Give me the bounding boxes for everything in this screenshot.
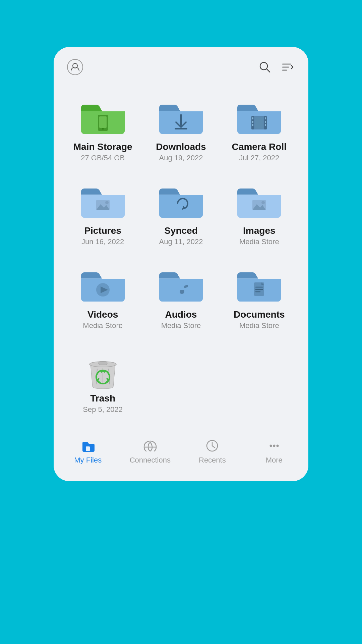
svg-point-22 [105, 201, 109, 204]
folder-icon-downloads [156, 95, 206, 136]
item-name-documents: Documents [234, 309, 285, 320]
nav-icon-connections [142, 438, 158, 454]
item-sub-main-storage: 27 GB/54 GB [81, 154, 125, 162]
nav-item-my-files[interactable]: My Files [68, 438, 108, 465]
folder-icon-camera-roll [234, 95, 284, 136]
item-name-synced: Synced [164, 225, 198, 236]
item-sub-trash: Sep 5, 2022 [83, 405, 123, 414]
folder-icon-audios [156, 263, 206, 303]
svg-rect-18 [265, 121, 266, 123]
svg-rect-17 [265, 117, 266, 119]
svg-line-41 [212, 446, 215, 448]
files-card: Main Storage 27 GB/54 GB Downloads Aug 1… [54, 47, 308, 481]
folder-icon-videos [78, 263, 128, 303]
item-sub-videos: Media Store [83, 321, 123, 330]
svg-point-8 [102, 128, 104, 130]
nav-item-connections[interactable]: Connections [130, 438, 171, 465]
grid-item-videos[interactable]: Videos Media Store [64, 256, 142, 337]
svg-rect-19 [265, 124, 266, 126]
grid-item-main-storage[interactable]: Main Storage 27 GB/54 GB [64, 89, 142, 169]
svg-rect-7 [99, 116, 107, 128]
grid-item-images[interactable]: Images Media Store [220, 172, 298, 253]
svg-point-44 [276, 445, 279, 447]
header-icons [257, 60, 295, 74]
folder-icon-trash [78, 347, 128, 387]
item-name-videos: Videos [87, 309, 118, 320]
folder-icon-synced [156, 179, 206, 219]
svg-rect-16 [252, 124, 253, 126]
grid-item-documents[interactable]: Documents Media Store [220, 256, 298, 337]
item-name-pictures: Pictures [84, 225, 121, 236]
svg-point-24 [261, 201, 265, 204]
bottom-nav: My Files Connections Recents More [54, 431, 308, 475]
nav-icon-my-files [80, 438, 96, 454]
item-name-camera-roll: Camera Roll [232, 142, 287, 152]
svg-rect-15 [252, 121, 253, 123]
nav-icon-more [266, 438, 282, 454]
nav-label-my-files: My Files [74, 456, 102, 465]
item-name-downloads: Downloads [156, 142, 206, 152]
svg-rect-37 [86, 446, 90, 451]
item-sub-synced: Aug 11, 2022 [159, 237, 203, 246]
grid-item-trash[interactable]: Trash Sep 5, 2022 [64, 340, 142, 421]
files-grid: Main Storage 27 GB/54 GB Downloads Aug 1… [54, 82, 308, 427]
svg-rect-20 [255, 117, 263, 128]
grid-item-audios[interactable]: Audios Media Store [142, 256, 220, 337]
item-name-images: Images [243, 225, 276, 236]
svg-rect-14 [252, 117, 253, 119]
nav-item-more[interactable]: More [254, 438, 294, 465]
item-sub-pictures: Jun 16, 2022 [81, 237, 124, 246]
nav-label-recents: Recents [199, 456, 226, 465]
item-name-trash: Trash [90, 393, 115, 404]
folder-icon-images [234, 179, 284, 219]
svg-line-2 [266, 69, 270, 72]
search-icon[interactable] [257, 60, 272, 74]
item-sub-documents: Media Store [239, 321, 279, 330]
avatar-icon[interactable] [67, 59, 83, 75]
svg-rect-33 [99, 362, 107, 365]
nav-item-recents[interactable]: Recents [192, 438, 232, 465]
grid-item-synced[interactable]: Synced Aug 11, 2022 [142, 172, 220, 253]
nav-icon-recents [204, 438, 220, 454]
item-sub-downloads: Aug 19, 2022 [159, 154, 203, 162]
grid-item-pictures[interactable]: Pictures Jun 16, 2022 [64, 172, 142, 253]
svg-point-43 [273, 445, 275, 447]
header [54, 47, 308, 82]
item-name-main-storage: Main Storage [73, 142, 132, 152]
item-name-audios: Audios [165, 309, 197, 320]
svg-point-42 [269, 445, 272, 447]
folder-icon-pictures [78, 179, 128, 219]
item-sub-audios: Media Store [161, 321, 201, 330]
nav-label-more: More [266, 456, 283, 465]
nav-label-connections: Connections [130, 456, 171, 465]
item-sub-camera-roll: Jul 27, 2022 [239, 154, 279, 162]
grid-item-camera-roll[interactable]: Camera Roll Jul 27, 2022 [220, 89, 298, 169]
folder-icon-main-storage [78, 95, 128, 136]
sort-icon[interactable] [280, 60, 295, 74]
item-sub-images: Media Store [239, 237, 279, 246]
folder-icon-documents [234, 263, 284, 303]
grid-item-downloads[interactable]: Downloads Aug 19, 2022 [142, 89, 220, 169]
